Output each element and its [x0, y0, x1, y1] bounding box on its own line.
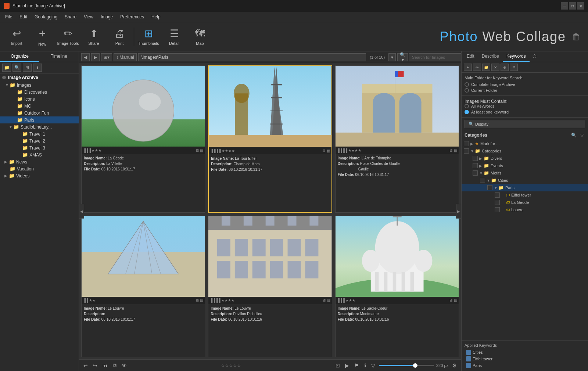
cat-item-mark-for[interactable]: ▶ ★ Mark for ...: [462, 140, 588, 147]
categories-filter-button[interactable]: ▽: [579, 132, 585, 138]
right-tab-icon[interactable]: ⬡: [530, 51, 539, 62]
new-button[interactable]: + New: [29, 24, 55, 50]
minimize-button[interactable]: ─: [561, 2, 568, 10]
categories-search-button[interactable]: 🔍: [570, 132, 578, 138]
cat-checkbox[interactable]: [473, 170, 478, 176]
sidebar-grid-button[interactable]: ⊞: [23, 64, 32, 72]
tree-item-mc[interactable]: 📁 MC: [0, 102, 79, 109]
tree-item-travel3[interactable]: 📁 Travel 3: [0, 144, 79, 151]
image-cell-louvre2[interactable]: ▐▐▐▐ ★★★★ 🖥 ▦ Image Name: Le Louvre Desc…: [208, 216, 332, 357]
bottom-redo-button[interactable]: ↪: [92, 362, 99, 369]
trash-button[interactable]: 🗑: [568, 28, 584, 46]
bottom-play-button[interactable]: ▶: [344, 362, 351, 369]
bottom-eye-button[interactable]: 👁: [120, 362, 128, 369]
sidebar-new-folder-button[interactable]: 📁: [2, 64, 11, 72]
radio-current-folder[interactable]: Current Folder: [465, 88, 585, 93]
cat-item-events[interactable]: ▶ 📁 Events: [462, 162, 588, 169]
left-collapse-button[interactable]: ◀: [79, 204, 84, 219]
tree-item-outdoor[interactable]: 📁 Outdoor Fun: [0, 109, 79, 116]
cat-item-categories[interactable]: ▼ 📁 Categories: [462, 147, 588, 155]
cat-item-la-geode[interactable]: 🏷 La Géode: [462, 199, 588, 206]
cat-checkbox[interactable]: [495, 200, 500, 205]
bottom-filter-button[interactable]: ▽: [370, 362, 377, 369]
sidebar-search-button[interactable]: 🔍: [12, 64, 21, 72]
bottom-flag-button[interactable]: ⚑: [353, 362, 361, 369]
right-collapse-button[interactable]: ▶: [456, 204, 461, 219]
cat-item-divers[interactable]: ▶ 📁 Divers: [462, 155, 588, 162]
maximize-button[interactable]: □: [569, 2, 576, 10]
tree-item-videos[interactable]: ▶ 📁 Videos: [0, 172, 79, 179]
menu-help[interactable]: Help: [148, 13, 164, 21]
bottom-fit-button[interactable]: ⊡: [334, 362, 341, 369]
tree-item-vacation[interactable]: 📁 Vacation: [0, 165, 79, 172]
close-button[interactable]: ✕: [577, 2, 584, 10]
tree-item-travel2[interactable]: 📁 Travel 2: [0, 137, 79, 144]
bottom-info-button[interactable]: ℹ: [363, 362, 368, 369]
size-slider[interactable]: [379, 365, 434, 366]
tree-item-paris[interactable]: 📁 Paris: [0, 116, 79, 123]
cat-item-cities[interactable]: ▼ 📁 Cities: [462, 177, 588, 184]
keyword-delete-button[interactable]: ✕: [491, 64, 499, 71]
nav-forward-button[interactable]: ▶: [91, 53, 100, 61]
cat-checkbox[interactable]: [487, 185, 492, 190]
cat-checkbox[interactable]: [495, 192, 500, 198]
menu-share[interactable]: Share: [61, 13, 80, 21]
radio-all-keywords[interactable]: All Keywords: [465, 104, 585, 108]
cat-checkbox[interactable]: [480, 178, 485, 183]
bottom-first-button[interactable]: ⏮: [101, 362, 109, 369]
keyword-edit-button[interactable]: ✏: [473, 64, 481, 71]
map-button[interactable]: 🗺 Map: [187, 24, 213, 50]
tree-item-xmas[interactable]: 📁 XMAS: [0, 151, 79, 158]
cat-checkbox[interactable]: [464, 141, 469, 146]
sidebar-tab-timeline[interactable]: Timeline: [39, 51, 79, 62]
image-tools-button[interactable]: ✏ Image Tools: [55, 24, 81, 50]
right-tab-keywords[interactable]: Keywords: [503, 51, 530, 62]
tree-item-travel1[interactable]: 📁 Travel 1: [0, 130, 79, 137]
display-button[interactable]: 🔍 Display: [465, 120, 585, 128]
image-cell-louvre1[interactable]: ▐▐ ★★ 🖥 ▦ Image Name: Le Louvre Descript…: [81, 216, 205, 357]
cat-item-motifs[interactable]: ▼ 📁 Motifs: [462, 169, 588, 177]
tree-item-images[interactable]: ▼ 📁 Images: [0, 82, 79, 89]
sidebar-tab-organize[interactable]: Organize: [0, 51, 39, 62]
menu-preferences[interactable]: Preferences: [116, 13, 148, 21]
tree-item-studiolinelay[interactable]: ▼ 📁 StudioLineLay...: [0, 123, 79, 130]
menu-edit[interactable]: Edit: [16, 13, 31, 21]
menu-file[interactable]: File: [1, 13, 16, 21]
bottom-copy-button[interactable]: ⧉: [111, 361, 118, 369]
keyword-folder-button[interactable]: 📁: [482, 64, 490, 71]
bottom-settings-button[interactable]: ⚙: [451, 362, 458, 369]
image-cell-sacre[interactable]: ▐▐▐ ★★★ 🖥 ▦ Image Name: Le Sacré-Coeur D…: [335, 216, 459, 357]
keyword-merge-button[interactable]: ⊕: [501, 64, 509, 71]
cat-checkbox[interactable]: [473, 163, 478, 168]
cat-checkbox[interactable]: [464, 148, 469, 154]
radio-complete-archive[interactable]: Complete Image Archive: [465, 82, 585, 87]
nav-counter-dropdown[interactable]: ▾: [388, 53, 396, 61]
cat-item-eiffel-tower[interactable]: 🏷 Eiffel tower: [462, 191, 588, 199]
image-cell-eiffel[interactable]: ▐▐▐▐ ★★★★ 🖥 ▦ Image Name: La Tour Eiffel…: [208, 65, 332, 213]
right-tab-describe[interactable]: Describe: [478, 51, 503, 62]
nav-back-button[interactable]: ◀: [81, 53, 90, 61]
detail-button[interactable]: ☰ Detail: [161, 24, 187, 50]
cat-item-paris[interactable]: ▼ 📁 Paris: [462, 184, 588, 191]
keyword-copy-button[interactable]: ⧉: [510, 64, 518, 71]
image-cell-arc[interactable]: ▐▐▐▐ ★★★★ 🖥 ▦ Image Name: L'Arc de Triom…: [335, 65, 459, 213]
menu-image[interactable]: Image: [97, 13, 116, 21]
import-button[interactable]: ↩ Import: [4, 24, 29, 50]
cat-item-louvre[interactable]: 🏷 Louvre: [462, 206, 588, 213]
keyword-new-button[interactable]: +: [464, 64, 472, 71]
nav-view-button[interactable]: ⊞▾: [101, 53, 112, 61]
tree-item-icons[interactable]: 📁 Icons: [0, 96, 79, 102]
cat-checkbox[interactable]: [495, 207, 500, 212]
radio-at-least-one[interactable]: At least one keyword: [465, 110, 585, 114]
share-button[interactable]: ⬆ Share: [81, 24, 107, 50]
image-cell-geode[interactable]: ▐▐▐ ★★★ 🖥 ▦ Image Name: La Géode Descrip…: [81, 65, 205, 213]
right-tab-edit[interactable]: Edit: [463, 51, 478, 62]
tree-item-news[interactable]: ▶ 📁 News: [0, 158, 79, 165]
menu-geotagging[interactable]: Geotagging: [31, 13, 61, 21]
nav-search-mode-button[interactable]: 🔍▾: [397, 53, 408, 61]
menu-view[interactable]: View: [80, 13, 97, 21]
nav-sort-button[interactable]: ↕ Manual: [114, 53, 137, 61]
cat-checkbox[interactable]: [473, 156, 478, 161]
tree-item-discoveries[interactable]: 📁 Discoveries: [0, 89, 79, 96]
thumbnails-button[interactable]: ⊞ Thumbnails: [136, 24, 161, 50]
